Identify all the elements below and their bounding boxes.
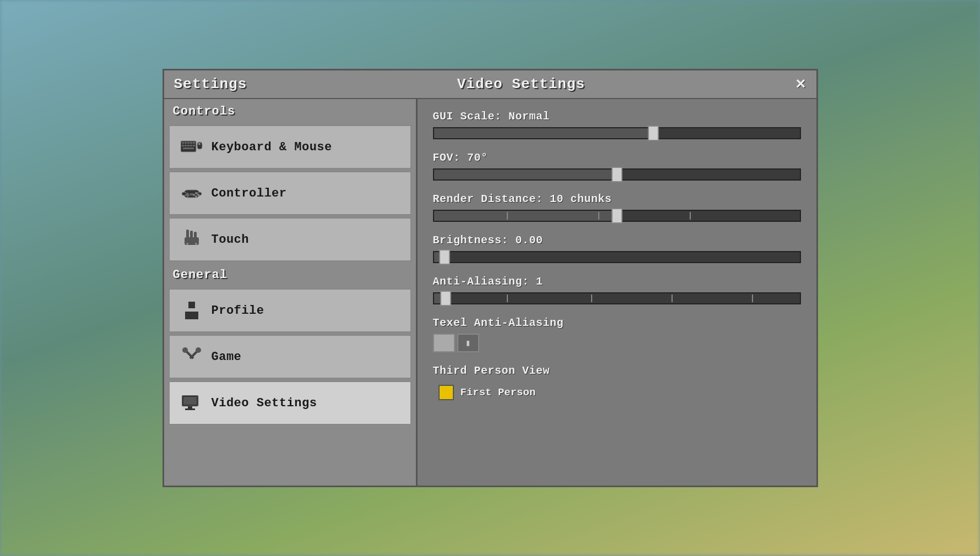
video-settings-label: Video Settings	[212, 396, 317, 410]
third-person-view-label: Third Person View	[433, 364, 801, 377]
anti-aliasing-slider[interactable]	[433, 292, 801, 304]
svg-point-29	[186, 243, 188, 245]
svg-rect-1	[182, 142, 184, 144]
anti-aliasing-tick-3	[672, 295, 673, 302]
sidebar: Controls	[164, 99, 418, 486]
sidebar-item-controller[interactable]: Controller	[169, 171, 412, 215]
settings-scroll-area[interactable]: GUI Scale: Normal FOV: 70° R	[418, 99, 816, 486]
gui-scale-setting: GUI Scale: Normal	[433, 110, 801, 139]
window-title: Settings	[174, 76, 247, 92]
svg-point-20	[195, 192, 197, 194]
svg-rect-4	[190, 142, 192, 144]
render-distance-tick-2	[598, 212, 599, 220]
brightness-thumb[interactable]	[439, 249, 450, 265]
svg-rect-7	[185, 145, 187, 146]
svg-rect-31	[188, 302, 195, 308]
svg-rect-11	[183, 148, 194, 149]
sidebar-item-profile[interactable]: Profile	[169, 288, 412, 332]
general-section-header: General	[164, 263, 416, 287]
texel-toggle-off[interactable]	[433, 334, 455, 352]
sidebar-item-game[interactable]: Game	[169, 335, 412, 379]
svg-rect-19	[186, 194, 189, 196]
fov-label: FOV: 70°	[433, 151, 801, 164]
touch-icon	[181, 228, 203, 250]
fov-setting: FOV: 70°	[433, 151, 801, 181]
main-panel: GUI Scale: Normal FOV: 70° R	[418, 99, 816, 486]
svg-rect-38	[183, 397, 197, 405]
svg-rect-32	[185, 312, 198, 319]
first-person-radio[interactable]	[438, 385, 454, 400]
render-distance-tick-1	[507, 212, 508, 220]
brightness-label: Brightness: 0.00	[433, 234, 801, 247]
svg-point-21	[197, 194, 199, 196]
game-icon	[181, 346, 203, 368]
fov-fill	[434, 170, 617, 179]
gui-scale-thumb[interactable]	[648, 126, 659, 141]
svg-rect-40	[185, 408, 195, 410]
render-distance-fill	[434, 211, 617, 221]
game-label: Game	[212, 350, 242, 364]
gui-scale-fill	[434, 128, 653, 138]
svg-point-34	[182, 347, 188, 353]
svg-point-23	[195, 195, 197, 198]
keyboard-mouse-label: Keyboard & Mouse	[212, 140, 332, 154]
third-person-view-setting: Third Person View First Person	[433, 364, 801, 404]
fov-thumb[interactable]	[611, 167, 622, 182]
close-button[interactable]: ✕	[795, 77, 806, 92]
svg-point-36	[196, 347, 201, 353]
anti-aliasing-label: Anti-Aliasing: 1	[433, 275, 801, 288]
sidebar-item-touch[interactable]: Touch	[169, 217, 412, 261]
texel-anti-aliasing-setting: Texel Anti-Aliasing ▮	[433, 317, 801, 352]
anti-aliasing-tick-2	[591, 295, 592, 302]
first-person-option[interactable]: First Person	[433, 381, 801, 404]
first-person-label: First Person	[461, 386, 536, 399]
touch-label: Touch	[212, 233, 250, 247]
svg-rect-9	[190, 145, 192, 146]
texel-anti-aliasing-label: Texel Anti-Aliasing	[433, 317, 801, 329]
render-distance-slider[interactable]	[433, 210, 801, 222]
svg-rect-6	[182, 145, 184, 146]
settings-window: Settings Video Settings ✕ Controls	[163, 69, 818, 487]
render-distance-setting: Render Distance: 10 chunks	[433, 193, 801, 222]
controller-label: Controller	[212, 187, 287, 200]
render-distance-tick-3	[690, 212, 691, 220]
render-distance-label: Render Distance: 10 chunks	[433, 193, 801, 205]
sidebar-item-keyboard-mouse[interactable]: Keyboard & Mouse	[169, 125, 412, 169]
controller-icon	[181, 182, 203, 204]
brightness-slider[interactable]	[433, 251, 801, 263]
panel-title: Video Settings	[457, 76, 585, 92]
svg-rect-39	[188, 406, 192, 408]
anti-aliasing-setting: Anti-Aliasing: 1	[433, 275, 801, 304]
brightness-setting: Brightness: 0.00	[433, 234, 801, 263]
svg-rect-16	[182, 192, 186, 195]
svg-rect-8	[187, 145, 189, 146]
sidebar-item-video-settings[interactable]: Video Settings	[169, 381, 412, 425]
keyboard-mouse-icon	[181, 136, 203, 158]
texel-toggle-on[interactable]: ▮	[457, 334, 479, 352]
fov-slider[interactable]	[433, 168, 801, 181]
svg-rect-10	[193, 145, 195, 146]
texel-toggle-row: ▮	[433, 334, 801, 352]
video-settings-icon	[181, 392, 203, 414]
render-distance-thumb[interactable]	[611, 208, 622, 224]
title-bar: Settings Video Settings ✕	[164, 70, 816, 99]
anti-aliasing-tick-1	[507, 295, 508, 302]
svg-rect-14	[198, 143, 201, 145]
svg-rect-5	[193, 142, 195, 144]
anti-aliasing-thumb[interactable]	[440, 291, 451, 306]
gui-scale-slider[interactable]	[433, 127, 801, 139]
texel-toggle-indicator: ▮	[465, 337, 471, 348]
profile-icon	[181, 299, 203, 321]
anti-aliasing-tick-4	[752, 295, 753, 302]
content-area: Controls	[164, 99, 816, 486]
svg-rect-24	[190, 193, 193, 195]
profile-label: Profile	[212, 304, 264, 318]
svg-point-30	[195, 243, 197, 245]
controls-section-header: Controls	[164, 99, 416, 124]
svg-rect-2	[185, 142, 187, 144]
gui-scale-label: GUI Scale: Normal	[433, 110, 801, 123]
svg-rect-3	[187, 142, 189, 144]
